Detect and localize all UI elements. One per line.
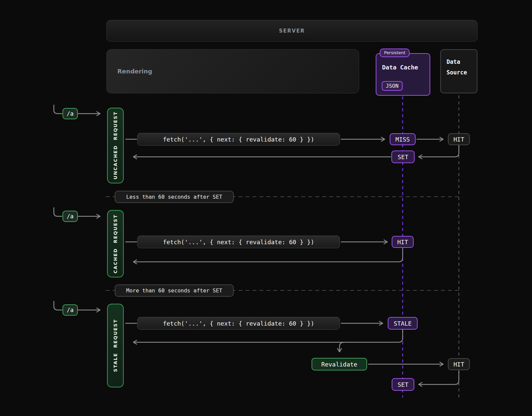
revalidate-badge: Revalidate — [312, 358, 367, 370]
cache-hit-badge: HIT — [392, 236, 414, 248]
uncached-request-pill: UNCACHED REQUEST — [107, 108, 124, 183]
rendering-panel: Rendering — [106, 49, 359, 93]
stale-request-pill: STALE REQUEST — [107, 304, 124, 387]
cached-request-pill: CACHED REQUEST — [107, 210, 124, 277]
arrow-hit-to-set-1 — [419, 145, 459, 157]
row2-connectors — [54, 208, 403, 262]
fetch-call-2: fetch('...', { next: { revalidate: 60 } … — [137, 236, 340, 248]
json-badge: JSON — [382, 81, 403, 91]
source-hit-badge-1: HIT — [448, 133, 470, 145]
route-hook-3 — [54, 301, 62, 310]
route-hook-2 — [54, 208, 62, 216]
data-cache-panel: Data Cache JSON — [376, 53, 430, 96]
cached-request-label: CACHED REQUEST — [113, 214, 118, 273]
branch-to-revalidate — [339, 342, 344, 352]
fetch-call-3: fetch('...', { next: { revalidate: 60 } … — [137, 317, 340, 330]
data-cache-title: Data Cache — [382, 64, 418, 71]
data-source-label-line2: Source — [447, 67, 477, 78]
server-panel: SERVER — [106, 20, 477, 42]
stale-request-label: STALE REQUEST — [113, 319, 118, 372]
cache-stale-badge: STALE — [388, 317, 418, 330]
uncached-request-label: UNCACHED REQUEST — [113, 111, 118, 179]
divider-label-1: Less than 60 seconds after SET — [115, 191, 234, 203]
route-hook-1 — [54, 105, 62, 114]
rendering-label: Rendering — [117, 68, 152, 75]
divider-label-2: More than 60 seconds after SET — [115, 284, 234, 297]
route-badge-stale: /a — [63, 304, 78, 316]
arrow-hit-to-set-3 — [419, 371, 459, 384]
return-arrow-2 — [134, 249, 403, 262]
data-cache-diagram: SERVER Rendering Data Cache JSON Persist… — [0, 0, 532, 416]
source-hit-badge-3: HIT — [448, 358, 470, 370]
cache-set-badge-1: SET — [391, 151, 415, 163]
cache-miss-badge: MISS — [390, 133, 416, 145]
persistent-badge: Persistent — [380, 49, 410, 57]
data-source-panel: Data Source — [440, 49, 477, 93]
route-badge-uncached: /a — [63, 108, 78, 119]
cache-set-badge-3: SET — [392, 378, 414, 391]
route-badge-cached: /a — [63, 211, 78, 222]
server-label: SERVER — [279, 28, 305, 34]
fetch-call-1: fetch('...', { next: { revalidate: 60 } … — [137, 133, 340, 146]
data-source-label-line1: Data — [447, 56, 477, 67]
return-arrow-3 — [134, 330, 403, 342]
